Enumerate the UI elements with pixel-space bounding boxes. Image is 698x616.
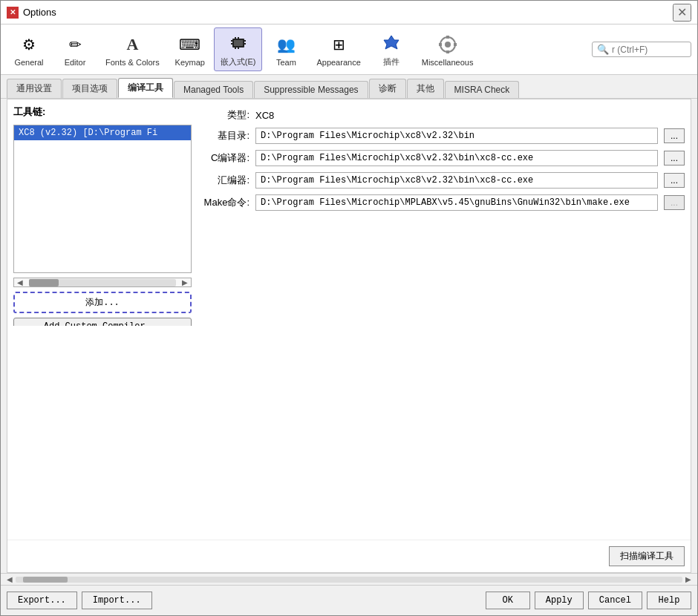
search-box: 🔍	[592, 42, 691, 57]
toolbar-plugins-label: 插件	[383, 56, 399, 68]
toolbar-keymap[interactable]: ⌨ Keymap	[168, 29, 212, 71]
svg-rect-13	[446, 36, 449, 39]
type-label: 类型:	[198, 108, 249, 122]
c-compiler-input[interactable]	[255, 150, 658, 166]
search-icon: 🔍	[597, 44, 609, 55]
base-dir-label: 基目录:	[198, 129, 249, 142]
tab-general-settings[interactable]: 通用设置	[7, 79, 62, 98]
team-icon: 👥	[274, 33, 298, 56]
ok-button[interactable]: OK	[486, 592, 530, 609]
gear-icon: ⚙	[17, 33, 41, 56]
svg-rect-2	[231, 43, 232, 45]
toolbar-general[interactable]: ⚙ General	[7, 29, 51, 71]
h-scroll-track	[16, 577, 682, 583]
left-panel: 工具链: XC8 (v2.32) [D:\Program Fi ◀ ▶ 添加..…	[13, 105, 192, 320]
toolbar-keymap-label: Keymap	[175, 58, 205, 67]
toolbar-editor[interactable]: ✏ Editor	[53, 29, 97, 71]
toolbar-editor-label: Editor	[65, 58, 86, 67]
tab-compile-tools[interactable]: 编译工具	[118, 78, 173, 98]
right-panel: 类型: XC8 基目录: ... C编译器: ... 汇编器:	[198, 105, 685, 320]
close-button[interactable]: ✕	[673, 4, 691, 22]
toolchain-item-xc8[interactable]: XC8 (v2.32) [D:\Program Fi	[14, 125, 191, 140]
plugin-icon	[379, 31, 403, 55]
scrollbar-thumb	[29, 279, 59, 286]
base-dir-browse[interactable]: ...	[664, 128, 685, 143]
toolbar-fonts-colors[interactable]: A Fonts & Colors	[99, 29, 166, 71]
options-window: ✕ Options ✕ ⚙ General ✏ Editor A Fonts &…	[0, 0, 698, 616]
toolbar-embedded-label: 嵌入式(E)	[221, 56, 256, 68]
svg-rect-8	[238, 47, 239, 49]
import-button[interactable]: Import...	[82, 592, 152, 609]
svg-rect-16	[454, 43, 457, 46]
tab-project-options[interactable]: 项目选项	[62, 79, 117, 98]
assembler-label: 汇编器:	[198, 174, 249, 187]
window-title: Options	[23, 7, 56, 18]
svg-rect-7	[235, 47, 236, 49]
pencil-icon: ✏	[63, 33, 87, 56]
toolbar-embedded[interactable]: 嵌入式(E)	[214, 27, 263, 71]
assembler-browse[interactable]: ...	[664, 173, 685, 188]
svg-rect-9	[234, 40, 243, 46]
h-scroll-thumb	[23, 577, 68, 583]
svg-point-12	[445, 42, 451, 47]
toolbar-appearance[interactable]: ⊞ Appearance	[310, 29, 367, 71]
svg-rect-4	[244, 43, 246, 45]
toolbar-plugins[interactable]: 插件	[369, 27, 414, 71]
type-row: 类型: XC8	[198, 108, 685, 122]
toolbar-team[interactable]: 👥 Team	[264, 29, 308, 71]
content-area: 工具链: XC8 (v2.32) [D:\Program Fi ◀ ▶ 添加..…	[7, 99, 691, 573]
base-dir-input[interactable]	[255, 128, 658, 144]
type-value: XC8	[255, 110, 274, 121]
tab-diagnostics[interactable]: 诊断	[369, 79, 406, 98]
footer: Export... Import... OK Apply Cancel Help	[1, 585, 697, 615]
h-scrollbar: ◀ ▶	[1, 573, 697, 585]
c-compiler-browse[interactable]: ...	[664, 151, 685, 166]
apply-button[interactable]: Apply	[535, 592, 584, 609]
scroll-right-arrow[interactable]: ▶	[179, 278, 191, 286]
cancel-button[interactable]: Cancel	[588, 592, 642, 609]
toolchain-label: 工具链:	[13, 105, 192, 119]
add-button[interactable]: 添加...	[13, 292, 192, 313]
svg-rect-3	[244, 40, 246, 42]
toolchain-list[interactable]: XC8 (v2.32) [D:\Program Fi	[13, 125, 192, 273]
h-scroll-left-arrow[interactable]: ◀	[4, 575, 16, 583]
export-button[interactable]: Export...	[7, 592, 77, 609]
make-input[interactable]	[255, 194, 658, 211]
toolbar-misc-label: Miscellaneous	[422, 58, 474, 67]
main-body: 工具链: XC8 (v2.32) [D:\Program Fi ◀ ▶ 添加..…	[7, 99, 691, 326]
app-icon: ✕	[7, 7, 19, 19]
tab-other[interactable]: 其他	[407, 79, 444, 98]
toolbar-appearance-label: Appearance	[316, 58, 360, 67]
assembler-input[interactable]	[255, 172, 658, 189]
empty-area	[7, 326, 691, 540]
scan-button[interactable]: 扫描编译工具	[609, 546, 685, 566]
search-input[interactable]	[612, 45, 686, 55]
scrollbar-track	[29, 279, 176, 286]
make-row: Make命令: ...	[198, 194, 685, 211]
c-compiler-label: C编译器:	[198, 151, 249, 165]
h-scroll-right-arrow[interactable]: ▶	[682, 575, 694, 583]
appearance-icon: ⊞	[327, 33, 350, 56]
main-tabs: 通用设置 项目选项 编译工具 Managed Tools Suppressibl…	[1, 75, 697, 99]
toolbar-general-label: General	[14, 58, 43, 67]
list-scrollbar: ◀ ▶	[13, 278, 192, 287]
tab-misra-check[interactable]: MISRA Check	[445, 81, 520, 98]
svg-rect-5	[235, 37, 236, 39]
chip-icon	[226, 31, 250, 55]
tab-managed-tools[interactable]: Managed Tools	[174, 81, 253, 98]
svg-rect-14	[446, 50, 449, 53]
scroll-left-arrow[interactable]: ◀	[14, 278, 26, 286]
svg-rect-6	[238, 37, 239, 39]
toolbar-misc[interactable]: Miscellaneous	[415, 29, 480, 71]
c-compiler-row: C编译器: ...	[198, 150, 685, 166]
toolbar-team-label: Team	[276, 58, 296, 67]
svg-marker-10	[384, 36, 399, 49]
add-custom-button[interactable]: Add Custom Compiler...	[13, 318, 192, 326]
toolbar: ⚙ General ✏ Editor A Fonts & Colors ⌨ Ke…	[1, 24, 697, 75]
svg-rect-1	[231, 40, 232, 42]
help-button[interactable]: Help	[647, 592, 691, 609]
make-label: Make命令:	[198, 196, 249, 209]
keyboard-icon: ⌨	[178, 33, 202, 56]
tab-suppressible-messages[interactable]: Suppressible Messages	[254, 81, 368, 98]
font-icon: A	[120, 33, 144, 56]
